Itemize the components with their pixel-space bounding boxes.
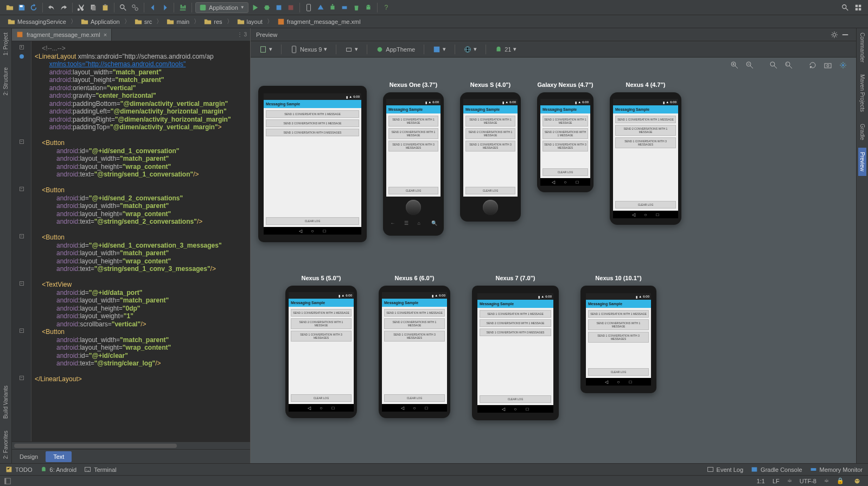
sidetab-structure[interactable]: 2: Structure [2, 63, 10, 100]
gear-icon[interactable] [829, 29, 840, 40]
horizontal-scrollbar[interactable] [12, 441, 250, 449]
fold-icon[interactable]: − [20, 234, 24, 238]
sidetab-favorites[interactable]: 2: Favorites [2, 426, 10, 463]
hide-icon[interactable] [840, 29, 851, 40]
file-tab[interactable]: fragment_message_me.xml × [12, 29, 112, 41]
fold-icon[interactable]: + [20, 45, 24, 49]
fold-icon[interactable]: − [20, 140, 24, 144]
breadcrumb-item[interactable]: res [202, 17, 224, 27]
svg-point-25 [833, 33, 835, 36]
device-frame[interactable]: ▮▲6:00Messaging SampleSEND 1 CONVERSATIO… [258, 86, 367, 242]
toolwin-android[interactable]: 6: Android [40, 466, 77, 473]
toolwin-memory[interactable]: Memory Monitor [810, 466, 863, 473]
copy-icon[interactable] [88, 2, 99, 13]
device-frame[interactable]: ▮▲6:00Messaging SampleSEND 1 CONVERSATIO… [460, 92, 521, 222]
gc-icon[interactable] [351, 2, 362, 13]
device-frame[interactable]: ▮▲6:00Messaging SampleSEND 1 CONVERSATIO… [285, 286, 357, 418]
device-frame[interactable]: ▮▲6:00Messaging SampleSEND 1 CONVERSATIO… [472, 286, 559, 420]
svg-point-6 [132, 4, 135, 7]
redo-icon[interactable] [58, 2, 69, 13]
attach-debugger-icon[interactable] [273, 2, 284, 13]
refresh-icon[interactable] [807, 60, 818, 71]
cut-icon[interactable] [76, 2, 87, 13]
sidetab-build-variants[interactable]: Build Variants [2, 381, 10, 423]
memory-icon[interactable] [339, 2, 350, 13]
run-icon[interactable] [250, 2, 260, 13]
device-preview: ▮▲6:00Messaging SampleSEND 1 CONVERSATIO… [258, 81, 367, 242]
fold-icon[interactable]: − [20, 187, 24, 191]
code-editor[interactable]: +−−−−−− <!--...--><LinearLayout xmlns:an… [12, 41, 250, 441]
orientation-combo[interactable]: ▾ [342, 45, 361, 54]
stop-icon[interactable] [285, 2, 296, 13]
inspection-icon[interactable] [852, 476, 863, 487]
device-frame[interactable]: ▮▲6:00Messaging SampleSEND 1 CONVERSATIO… [383, 92, 444, 236]
close-tab-icon[interactable]: × [104, 31, 107, 38]
svg-rect-41 [707, 467, 713, 471]
toolwindows-toggle-icon[interactable] [2, 476, 13, 487]
android-icon[interactable] [363, 2, 374, 13]
toolwin-terminal[interactable]: Terminal [84, 466, 117, 473]
code-text[interactable]: <!--...--><LinearLayout xmlns:android="h… [31, 41, 250, 441]
avd-icon[interactable] [303, 2, 314, 13]
sidetab-maven[interactable]: Maven Projects [858, 70, 866, 116]
zoom-actual-icon[interactable]: 1 [783, 60, 794, 71]
run-config-combo[interactable]: Application ▼ [195, 2, 248, 13]
split-indicator[interactable]: ⋮ 3 [234, 31, 250, 37]
save-icon[interactable] [16, 2, 27, 13]
tab-text[interactable]: Text [46, 451, 72, 462]
device-frame[interactable]: ▮▲6:00Messaging SampleSEND 1 CONVERSATIO… [379, 286, 450, 418]
ddms-icon[interactable] [327, 2, 338, 13]
settings-icon[interactable] [838, 60, 848, 71]
replace-icon[interactable] [130, 2, 141, 13]
sidetab-project[interactable]: 1: Project [2, 28, 10, 60]
debug-icon[interactable] [261, 2, 272, 13]
sidetab-preview[interactable]: Preview [858, 148, 866, 176]
sidetab-commander[interactable]: Commander [858, 28, 866, 67]
breadcrumb-item[interactable]: src [132, 17, 155, 27]
paste-icon[interactable] [100, 2, 111, 13]
breadcrumb-item[interactable]: MessagingService [5, 17, 68, 27]
ide-settings-icon[interactable] [853, 2, 864, 13]
back-icon[interactable] [148, 2, 158, 13]
toolwin-event-log[interactable]: Event Log [707, 466, 744, 473]
api-combo[interactable]: 21▾ [492, 45, 520, 54]
screenshot-icon[interactable] [822, 60, 833, 71]
tab-design[interactable]: Design [12, 451, 46, 462]
encoding[interactable]: UTF-8 [800, 478, 816, 484]
fold-icon[interactable]: − [20, 329, 24, 333]
undo-icon[interactable] [46, 2, 57, 13]
help-icon[interactable]: ? [381, 2, 392, 13]
device-frame[interactable]: ▮▲6:00Messaging SampleSEND 1 CONVERSATIO… [580, 286, 656, 393]
device-frame[interactable]: ▮▲6:00Messaging SampleSEND 1 CONVERSATIO… [537, 92, 593, 192]
open-icon[interactable] [4, 2, 15, 13]
device-frame[interactable]: ▮▲6:00Messaging SampleSEND 1 CONVERSATIO… [610, 92, 681, 225]
breadcrumb-item[interactable]: Application [79, 17, 122, 27]
breadcrumb-item[interactable]: fragment_message_me.xml [275, 17, 363, 27]
fold-icon[interactable]: − [20, 281, 24, 286]
toolwin-gradle-console[interactable]: Gradle Console [751, 466, 802, 473]
theme-combo[interactable]: AppTheme [373, 45, 418, 54]
zoom-out-icon[interactable] [744, 60, 755, 71]
line-separator[interactable]: LF [773, 478, 780, 484]
caret-position[interactable]: 1:1 [757, 478, 765, 484]
sdk-icon[interactable] [315, 2, 326, 13]
breadcrumb-item[interactable]: main [164, 17, 192, 27]
render-combo[interactable]: ▾ [256, 45, 276, 54]
preview-canvas[interactable]: ▮▲6:00Messaging SampleSEND 1 CONVERSATIO… [251, 71, 856, 463]
lock-icon[interactable]: 🔒 [837, 477, 844, 484]
svg-rect-10 [276, 5, 281, 10]
make-icon[interactable] [177, 2, 188, 13]
search-everywhere-icon[interactable] [840, 2, 851, 13]
locale-combo[interactable]: ▾ [461, 45, 480, 54]
breadcrumb-item[interactable]: layout [235, 17, 265, 27]
sync-icon[interactable] [28, 2, 39, 13]
device-combo[interactable]: Nexus 9▾ [287, 45, 330, 54]
activity-combo[interactable]: ▾ [430, 45, 449, 54]
fold-icon[interactable]: − [20, 376, 24, 380]
sidetab-gradle[interactable]: Gradle [858, 119, 866, 144]
zoom-in-icon[interactable] [729, 60, 740, 71]
forward-icon[interactable] [159, 2, 170, 13]
toolwin-todo[interactable]: TODO [5, 466, 33, 473]
find-icon[interactable] [118, 2, 129, 13]
zoom-fit-icon[interactable] [768, 60, 779, 71]
